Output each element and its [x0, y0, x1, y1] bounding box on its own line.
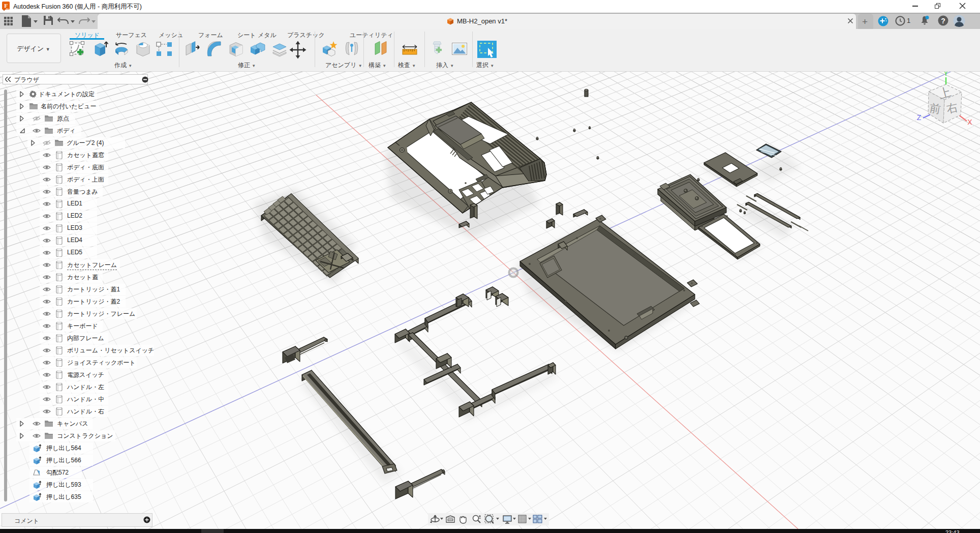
svg-text:X: X — [967, 118, 972, 126]
svg-text:Z: Z — [917, 113, 922, 122]
svg-text:?: ? — [941, 17, 945, 25]
svg-text:前: 前 — [929, 101, 942, 115]
svg-text:360: 360 — [6, 8, 9, 10]
